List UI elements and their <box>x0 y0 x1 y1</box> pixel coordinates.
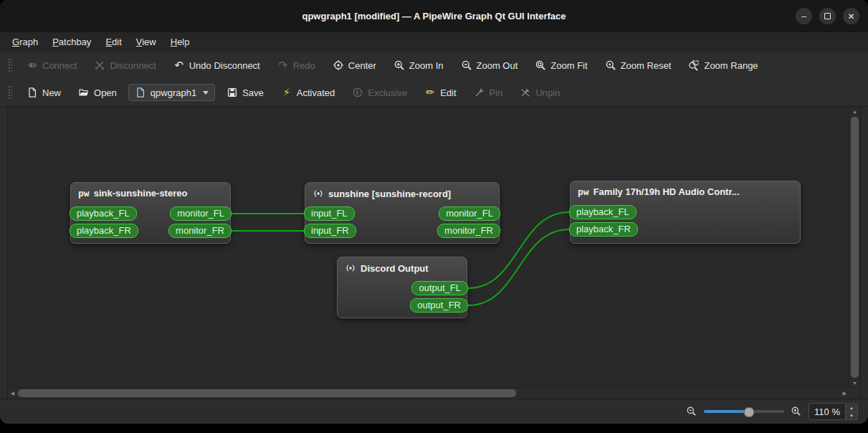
plug-connect-icon <box>27 60 38 71</box>
graph-viewport[interactable]: pw sink-sunshine-stereo playback_FL play… <box>8 107 849 388</box>
chevron-down-icon <box>203 91 209 95</box>
port-input[interactable]: playback_FR <box>569 222 638 237</box>
pushpin-icon <box>474 87 485 98</box>
vertical-scrollbar[interactable]: ▲ ▼ <box>849 107 860 388</box>
open-folder-icon <box>78 87 90 98</box>
zoom-out-small-icon[interactable] <box>686 406 697 417</box>
activated-toggle[interactable]: ⚡ Activated <box>275 83 340 102</box>
titlebar[interactable]: qpwgraph1 [modified] — A PipeWire Graph … <box>0 0 868 33</box>
spin-buttons: ▲ ▼ <box>845 404 857 419</box>
node-sunshine[interactable]: sunshine [sunshine-record] input_FL inpu… <box>305 182 500 244</box>
zoom-fit-button[interactable]: Zoom Fit <box>529 56 593 75</box>
pushpin-crossed-icon <box>520 87 531 98</box>
window-controls: – ✕ <box>796 0 859 32</box>
node-title: sink-sunshine-stereo <box>94 188 188 199</box>
toolbar-handle[interactable] <box>7 85 12 100</box>
scrollbar-corner <box>849 388 860 399</box>
new-button[interactable]: New <box>21 83 67 102</box>
zoom-slider-handle[interactable] <box>744 407 754 417</box>
statusbar: 110 % ▲ ▼ <box>0 399 868 424</box>
port-output[interactable]: output_FL <box>411 281 468 295</box>
save-floppy-icon <box>226 87 238 98</box>
spin-down-button[interactable]: ▼ <box>846 411 857 419</box>
zoom-out-icon <box>461 60 472 71</box>
save-button[interactable]: Save <box>221 83 270 102</box>
pipewire-icon: pw <box>578 186 589 197</box>
node-title: sunshine [sunshine-record] <box>328 189 451 199</box>
scroll-down-arrow[interactable]: ▼ <box>849 379 860 388</box>
node-header: pw sink-sunshine-stereo <box>71 183 230 199</box>
open-button[interactable]: Open <box>72 83 123 102</box>
unpin-button[interactable]: Unpin <box>514 83 566 102</box>
menu-edit[interactable]: Edit <box>99 34 128 50</box>
graph-canvas[interactable]: pw sink-sunshine-stereo playback_FL play… <box>7 106 861 399</box>
horizontal-scrollbar[interactable]: ◀ ▶ <box>8 387 849 399</box>
zoom-out-button[interactable]: Zoom Out <box>455 56 524 75</box>
port-output[interactable]: monitor_FR <box>168 224 232 238</box>
maximize-icon <box>824 13 831 19</box>
port-input[interactable]: playback_FR <box>70 224 138 238</box>
disconnect-button[interactable]: Disconnect <box>88 56 161 75</box>
menu-view[interactable]: View <box>130 34 163 50</box>
port-input[interactable]: playback_FL <box>70 206 137 221</box>
zoom-spinbox[interactable]: 110 % ▲ ▼ <box>809 403 858 420</box>
menu-help[interactable]: Help <box>164 34 196 50</box>
scroll-left-arrow[interactable]: ◀ <box>8 388 17 399</box>
port-input[interactable]: input_FR <box>304 224 356 238</box>
exclusive-toggle[interactable]: Exclusive <box>346 83 413 102</box>
node-title: Family 17h/19h HD Audio Contr... <box>593 186 740 197</box>
session-select-value: qpwgraph1 <box>151 87 196 98</box>
scroll-up-arrow[interactable]: ▲ <box>849 107 860 116</box>
zoom-in-button[interactable]: Zoom In <box>388 56 449 75</box>
scroll-right-arrow[interactable]: ▶ <box>840 388 849 399</box>
redo-button[interactable]: ↷ Redo <box>272 56 321 75</box>
session-select[interactable]: qpwgraph1 <box>128 84 215 101</box>
zoom-range-icon <box>688 60 700 71</box>
menu-graph[interactable]: Graph <box>6 34 44 50</box>
zoom-slider-fill <box>704 410 748 413</box>
zoom-value: 110 % <box>809 406 845 417</box>
port-output[interactable]: monitor_FL <box>170 206 232 221</box>
app-window: qpwgraph1 [modified] — A PipeWire Graph … <box>0 0 868 424</box>
zoom-reset-button[interactable]: Zoom Reset <box>599 56 677 75</box>
port-output[interactable]: output_FR <box>410 298 468 313</box>
maximize-button[interactable] <box>819 8 836 24</box>
window-title: qpwgraph1 [modified] — A PipeWire Graph … <box>302 11 566 22</box>
node-family-hd-audio[interactable]: pw Family 17h/19h HD Audio Contr... play… <box>570 181 801 244</box>
edit-toggle[interactable]: ✏ Edit <box>419 83 462 102</box>
pipewire-icon: pw <box>78 188 90 199</box>
zoom-in-small-icon[interactable] <box>791 406 802 417</box>
port-input[interactable]: playback_FL <box>569 205 636 219</box>
zoom-reset-icon <box>605 60 616 71</box>
close-button[interactable]: ✕ <box>843 8 859 24</box>
center-target-icon <box>333 60 344 71</box>
menu-patchbay[interactable]: Patchbay <box>46 34 97 50</box>
new-document-icon <box>27 87 38 98</box>
center-button[interactable]: Center <box>327 56 382 75</box>
zoom-slider[interactable] <box>704 406 784 417</box>
undo-button[interactable]: ↶ Undo Disconnect <box>168 56 266 75</box>
pencil-edit-icon: ✏ <box>424 87 436 98</box>
pin-button[interactable]: Pin <box>468 83 509 102</box>
port-output[interactable]: monitor_FL <box>439 206 500 221</box>
exclusive-circle-lightning-icon <box>352 87 363 98</box>
vertical-scroll-thumb[interactable] <box>851 117 859 378</box>
audio-app-icon <box>345 262 356 274</box>
zoom-in-icon <box>394 60 405 71</box>
menubar: Graph Patchbay Edit View Help <box>0 32 868 52</box>
connect-button[interactable]: Connect <box>21 56 82 75</box>
toolbar-file: New Open qpwgraph1 Save ⚡ Activated Excl… <box>0 79 868 107</box>
port-input[interactable]: input_FL <box>304 206 355 221</box>
toolbar-handle[interactable] <box>7 57 12 73</box>
node-sink-sunshine-stereo[interactable]: pw sink-sunshine-stereo playback_FL play… <box>70 182 231 244</box>
toolbar-main: Connect Disconnect ↶ Undo Disconnect ↷ R… <box>0 52 868 80</box>
spin-up-button[interactable]: ▲ <box>846 404 857 411</box>
audio-app-icon <box>313 188 324 199</box>
port-output[interactable]: monitor_FR <box>437 224 500 238</box>
horizontal-scroll-thumb[interactable] <box>18 389 516 397</box>
node-header: sunshine [sunshine-record] <box>305 183 499 199</box>
redo-arrow-icon: ↷ <box>277 60 289 71</box>
node-discord-output[interactable]: Discord Output output_FL output_FR <box>337 257 467 318</box>
zoom-range-button[interactable]: Zoom Range <box>682 56 763 75</box>
minimize-button[interactable]: – <box>796 8 812 24</box>
